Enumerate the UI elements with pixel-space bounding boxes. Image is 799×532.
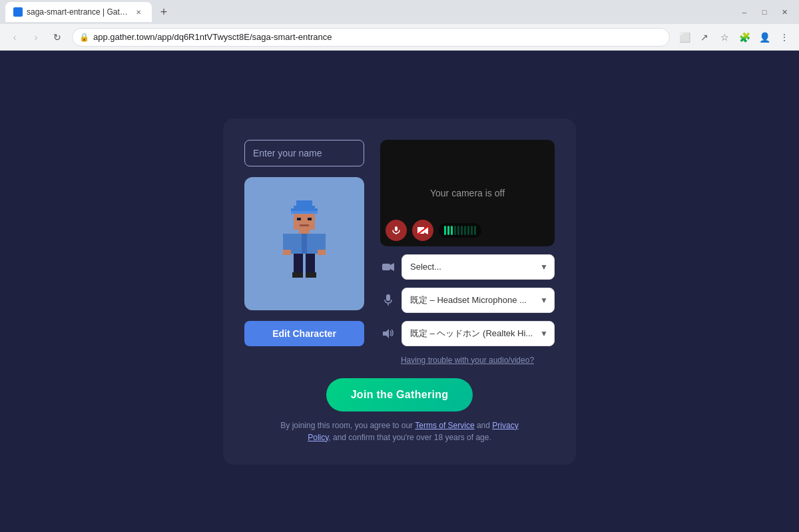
page-content: Edit Character Your camera is off (0, 51, 799, 532)
screen-cast-icon[interactable]: ⬜ (675, 28, 694, 47)
meter-bar-7 (464, 226, 466, 235)
lock-icon: 🔒 (79, 33, 89, 42)
svg-marker-31 (383, 329, 389, 338)
join-button[interactable]: Join the Gathering (326, 378, 473, 411)
active-tab[interactable]: saga-smart-entrance | Gath... ✕ (5, 2, 152, 22)
window-controls: – □ ✕ (735, 3, 794, 21)
svg-rect-22 (395, 226, 398, 231)
svg-rect-0 (296, 203, 312, 206)
character-preview (244, 177, 364, 310)
camera-off-button[interactable] (412, 220, 433, 241)
extensions-icon[interactable]: 🧩 (735, 28, 754, 47)
svg-rect-4 (299, 200, 310, 203)
tab-favicon (13, 7, 23, 17)
svg-rect-10 (300, 224, 309, 226)
mic-select[interactable]: 既定 – Headset Microphone ... (401, 288, 555, 313)
profile-icon[interactable]: 👤 (755, 28, 774, 47)
join-section: Join the Gathering By joining this room,… (244, 378, 555, 443)
svg-rect-8 (297, 218, 301, 220)
speaker-select-wrapper: 既定 – ヘッドホン (Realtek Hi... ▼ (401, 321, 555, 346)
meter-bar-1 (444, 226, 446, 235)
speaker-device-icon (380, 326, 396, 342)
new-tab-button[interactable]: + (154, 3, 173, 21)
meter-bar-2 (447, 226, 449, 235)
svg-rect-2 (291, 208, 318, 211)
meter-bar-4 (454, 226, 456, 235)
browser-toolbar: ‹ › ↻ 🔒 app.gather.town/app/dq6R1ntVTwys… (0, 24, 799, 51)
mic-device-icon (380, 292, 396, 308)
svg-rect-13 (302, 234, 307, 254)
tab-bar: saga-smart-entrance | Gath... ✕ + (5, 2, 727, 22)
camera-icon (380, 259, 396, 275)
camera-off-text: Your camera is off (430, 188, 505, 198)
address-bar[interactable]: 🔒 app.gather.town/app/dq6R1ntVTwysct8E/s… (72, 28, 670, 47)
trouble-link[interactable]: Having trouble with your audio/video? (380, 356, 555, 365)
audio-meter (439, 223, 481, 238)
character-sprite (278, 200, 331, 287)
svg-marker-28 (390, 263, 394, 271)
mic-icon (392, 226, 401, 235)
svg-rect-20 (292, 272, 303, 278)
camera-controls (386, 220, 481, 241)
meter-bar-8 (467, 226, 469, 235)
meter-bar-6 (461, 226, 463, 235)
camera-select[interactable]: Select... (401, 254, 555, 280)
speaker-select[interactable]: 既定 – ヘッドホン (Realtek Hi... (401, 321, 555, 346)
svg-rect-16 (283, 250, 291, 255)
minimize-button[interactable]: – (735, 3, 754, 21)
svg-rect-7 (294, 214, 315, 230)
svg-rect-1 (294, 206, 315, 208)
svg-rect-9 (308, 218, 312, 220)
tos-text: By joining this room, you agree to our T… (273, 419, 526, 443)
svg-rect-11 (299, 230, 310, 234)
camera-preview: Your camera is off (380, 140, 555, 246)
right-panel: Your camera is off (380, 140, 555, 365)
meter-bar-3 (451, 226, 453, 235)
meter-bar-9 (471, 226, 473, 235)
browser-titlebar: saga-smart-entrance | Gath... ✕ + – □ ✕ (0, 0, 799, 24)
browser-chrome: saga-smart-entrance | Gath... ✕ + – □ ✕ … (0, 0, 799, 51)
camera-select-wrapper: Select... ▼ (401, 254, 555, 280)
svg-rect-5 (296, 200, 299, 203)
edit-character-button[interactable]: Edit Character (244, 321, 364, 346)
meter-bar-5 (457, 226, 459, 235)
reload-button[interactable]: ↻ (48, 28, 67, 47)
mic-device-row: 既定 – Headset Microphone ... ▼ (380, 288, 555, 313)
left-panel: Edit Character (244, 140, 364, 346)
mic-select-wrapper: 既定 – Headset Microphone ... ▼ (401, 288, 555, 313)
tos-link[interactable]: Terms of Service (415, 421, 474, 430)
meter-bar-10 (474, 226, 476, 235)
mic-mute-button[interactable] (386, 220, 407, 241)
close-button[interactable]: ✕ (775, 3, 794, 21)
toolbar-icons: ⬜ ↗ ☆ 🧩 👤 ⋮ (675, 28, 794, 47)
svg-rect-19 (306, 254, 315, 272)
forward-button[interactable]: › (27, 28, 45, 47)
share-icon[interactable]: ↗ (695, 28, 714, 47)
card-main: Edit Character Your camera is off (244, 140, 555, 365)
entrance-card: Edit Character Your camera is off (223, 119, 576, 465)
svg-rect-6 (310, 200, 312, 203)
tab-close-button[interactable]: ✕ (133, 7, 144, 17)
svg-rect-3 (291, 211, 318, 214)
url-text: app.gather.town/app/dq6R1ntVTwysct8E/sag… (93, 32, 332, 42)
speaker-device-row: 既定 – ヘッドホン (Realtek Hi... ▼ (380, 321, 555, 346)
svg-rect-21 (306, 272, 316, 278)
bookmark-icon[interactable]: ☆ (715, 28, 734, 47)
camera-off-icon (417, 226, 428, 234)
maximize-button[interactable]: □ (755, 3, 774, 21)
svg-rect-15 (318, 234, 326, 250)
svg-rect-14 (283, 234, 291, 250)
svg-rect-17 (318, 250, 326, 255)
camera-device-row: Select... ▼ (380, 254, 555, 280)
name-input[interactable] (244, 140, 364, 166)
back-button[interactable]: ‹ (5, 28, 24, 47)
menu-icon[interactable]: ⋮ (775, 28, 794, 47)
svg-rect-18 (294, 254, 303, 272)
svg-rect-27 (382, 264, 390, 270)
svg-rect-29 (386, 294, 390, 301)
tab-title: saga-smart-entrance | Gath... (27, 7, 129, 17)
